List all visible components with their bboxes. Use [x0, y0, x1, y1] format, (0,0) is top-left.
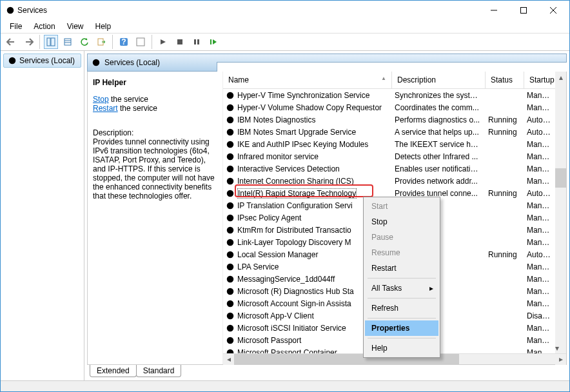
- ctx-properties[interactable]: Properties: [365, 320, 438, 336]
- service-status: Running: [486, 128, 524, 137]
- col-startup[interactable]: Startup: [524, 72, 556, 88]
- ctx-restart[interactable]: Restart: [365, 260, 438, 276]
- help2-button[interactable]: [133, 35, 148, 49]
- service-startup: Manual: [524, 140, 556, 149]
- svg-rect-16: [194, 39, 196, 44]
- minimize-button[interactable]: [479, 1, 509, 19]
- left-tree-panel: Services (Local): [1, 51, 84, 380]
- svg-text:?: ?: [121, 37, 126, 46]
- col-status[interactable]: Status: [486, 72, 524, 88]
- service-desc: Synchronizes the syste...: [392, 91, 486, 100]
- service-name: Microsoft App-V Client: [237, 311, 314, 320]
- gear-icon: [226, 275, 235, 284]
- service-row[interactable]: Interactive Services DetectionEnables us…: [223, 162, 566, 175]
- svg-rect-6: [47, 38, 50, 46]
- refresh-button[interactable]: [77, 35, 92, 49]
- ctx-help[interactable]: Help: [365, 340, 438, 356]
- tab-extended[interactable]: Extended: [90, 365, 137, 377]
- col-description[interactable]: Description: [392, 72, 486, 88]
- ctx-start[interactable]: Start: [365, 199, 438, 214]
- column-headers: Name Description Status Startup: [223, 72, 566, 89]
- tree-item-services-local[interactable]: Services (Local): [3, 54, 81, 68]
- service-desc: Detects other Infrared ...: [392, 152, 486, 161]
- service-name: IBM Notes Diagnostics: [237, 115, 315, 124]
- toolbar: ?: [1, 33, 569, 51]
- gear-icon: [8, 56, 17, 65]
- context-menu: Start Stop Pause Resume Restart All Task…: [363, 197, 440, 358]
- view-detail-button[interactable]: [44, 35, 58, 49]
- service-startup: Manual: [524, 152, 556, 161]
- service-desc: Provides network addr...: [392, 177, 486, 186]
- gear-icon: [226, 348, 235, 354]
- ctx-resume[interactable]: Resume: [365, 245, 438, 260]
- service-name: IPsec Policy Agent: [237, 213, 301, 222]
- service-startup: Manual: [524, 91, 556, 100]
- ctx-pause[interactable]: Pause: [365, 230, 438, 245]
- stop-button[interactable]: [173, 35, 187, 49]
- service-status: Running: [486, 250, 524, 259]
- svg-rect-7: [51, 38, 55, 46]
- menu-action[interactable]: Action: [28, 21, 60, 32]
- service-name: KtmRm for Distributed Transactio: [237, 226, 351, 235]
- service-startup: Manual: [524, 348, 556, 354]
- menu-help[interactable]: Help: [90, 21, 117, 32]
- service-row[interactable]: Infrared monitor serviceDetects other In…: [223, 150, 566, 162]
- gear-icon: [226, 324, 235, 333]
- service-startup: Manual: [524, 336, 556, 345]
- service-row[interactable]: Hyper-V Volume Shadow Copy RequestorCoor…: [223, 101, 566, 113]
- service-name: IKE and AuthIP IPsec Keying Modules: [237, 140, 368, 149]
- gear-icon: [226, 164, 235, 173]
- service-desc: A service that helps up...: [392, 128, 486, 137]
- close-button[interactable]: [538, 1, 568, 19]
- start-button[interactable]: [156, 35, 170, 49]
- export-button[interactable]: [94, 35, 108, 49]
- service-desc: Coordinates the comm...: [392, 103, 486, 112]
- ctx-all-tasks[interactable]: All Tasks: [365, 280, 438, 296]
- menu-file[interactable]: File: [5, 21, 27, 32]
- service-name: Microsoft Passport Container: [237, 348, 337, 354]
- gear-icon: [226, 201, 235, 210]
- ctx-stop[interactable]: Stop: [365, 214, 438, 230]
- forward-button[interactable]: [21, 35, 35, 49]
- service-row[interactable]: Internet Connection Sharing (ICS)Provide…: [223, 175, 566, 187]
- service-status: Running: [486, 189, 524, 198]
- tab-standard[interactable]: Standard: [136, 365, 182, 377]
- service-row[interactable]: Hyper-V Time Synchronization ServiceSync…: [223, 89, 566, 101]
- svg-rect-18: [210, 39, 211, 44]
- service-startup: Manual: [524, 103, 556, 112]
- app-icon: [6, 6, 15, 15]
- vertical-scrollbar[interactable]: ▴▾: [555, 72, 566, 353]
- service-row[interactable]: IKE and AuthIP IPsec Keying ModulesThe I…: [223, 138, 566, 150]
- detail-panel: IP Helper Stop the service Restart the s…: [88, 72, 223, 364]
- service-row[interactable]: IBM Notes Smart Upgrade ServiceA service…: [223, 126, 566, 138]
- stop-link[interactable]: Stop: [93, 95, 109, 104]
- bottom-tabs: Extended Standard: [87, 365, 567, 380]
- window-title: Services: [17, 6, 479, 15]
- back-button[interactable]: [5, 35, 19, 49]
- gear-icon: [92, 58, 101, 67]
- service-startup: Automa: [524, 115, 556, 124]
- service-row[interactable]: IBM Notes DiagnosticsPerforms diagnostic…: [223, 113, 566, 126]
- restart-link[interactable]: Restart: [93, 104, 118, 113]
- service-desc: Performs diagnostics o...: [392, 115, 486, 124]
- service-name: IBM Notes Smart Upgrade Service: [237, 128, 356, 137]
- svg-rect-8: [64, 39, 71, 45]
- restart-button[interactable]: [206, 35, 221, 49]
- tree-item-label: Services (Local): [19, 56, 75, 65]
- col-name[interactable]: Name: [223, 72, 392, 88]
- service-startup: Manual: [524, 226, 556, 235]
- menu-view[interactable]: View: [62, 21, 89, 32]
- properties-button[interactable]: [61, 35, 75, 49]
- maximize-button[interactable]: [509, 1, 538, 19]
- titlebar: Services: [1, 1, 569, 20]
- gear-icon: [226, 226, 235, 235]
- service-startup: Manual: [524, 262, 556, 271]
- service-name: Internet Connection Sharing (ICS): [237, 177, 354, 186]
- service-startup: Automa: [524, 189, 556, 198]
- pause-button[interactable]: [190, 35, 204, 49]
- service-name: Microsoft (R) Diagnostics Hub Sta: [237, 287, 354, 296]
- service-startup: Automa: [524, 128, 556, 137]
- help-button[interactable]: ?: [117, 35, 131, 49]
- service-name: Hyper-V Time Synchronization Service: [237, 91, 369, 100]
- ctx-refresh[interactable]: Refresh: [365, 300, 438, 316]
